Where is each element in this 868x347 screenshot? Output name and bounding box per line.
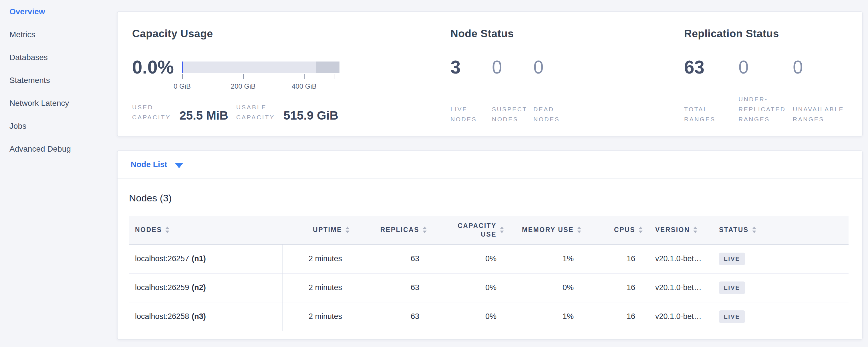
uptime-cell: 2 minutes bbox=[282, 244, 352, 273]
live-nodes-value: 3 bbox=[451, 56, 492, 79]
nodes-table-area: Nodes (3) NODES bbox=[118, 179, 862, 340]
used-capacity-value: 25.5 MiB bbox=[179, 109, 228, 122]
memory-use-cell: 0% bbox=[507, 273, 584, 302]
usable-capacity-stat: USABLE CAPACITY 515.9 GiB bbox=[236, 102, 338, 122]
replicas-cell: 63 bbox=[352, 273, 430, 302]
sort-icon bbox=[423, 227, 427, 233]
sort-icon bbox=[500, 227, 504, 233]
column-header-memory-use[interactable]: MEMORY USE bbox=[507, 216, 584, 244]
under-replicated-ranges-value: 0 bbox=[739, 56, 793, 79]
version-cell: v20.1.0-bet… bbox=[646, 302, 713, 331]
axis-tick bbox=[335, 74, 335, 79]
node-address: localhost:26259 bbox=[135, 283, 189, 292]
dead-nodes-label: DEAD NODES bbox=[533, 104, 575, 124]
label-line: CAPACITY bbox=[132, 112, 171, 122]
sidebar-item-overview[interactable]: Overview bbox=[9, 6, 117, 18]
column-label: MEMORY USE bbox=[522, 226, 574, 234]
node-id: (n3) bbox=[192, 312, 206, 321]
column-header-uptime[interactable]: UPTIME bbox=[282, 216, 352, 244]
uptime-cell: 2 minutes bbox=[282, 302, 352, 331]
unavailable-ranges-label: UNAVAILABLE RANGES bbox=[793, 104, 847, 124]
column-header-cpus[interactable]: CPUS bbox=[584, 216, 646, 244]
axis-tick-label: 400 GiB bbox=[292, 82, 317, 91]
replicas-cell: 63 bbox=[352, 302, 430, 331]
main-content: Capacity Usage 0.0% 0 Gi bbox=[117, 0, 868, 340]
cpus-cell: 16 bbox=[584, 244, 646, 273]
label-line: USABLE bbox=[236, 102, 275, 112]
sidebar-item-advanced-debug[interactable]: Advanced Debug bbox=[9, 143, 117, 155]
replicas-cell: 63 bbox=[352, 244, 430, 273]
node-row[interactable]: localhost:26257(n1) 2 minutes 63 0% 1% 1… bbox=[129, 244, 848, 273]
suspect-nodes-value: 0 bbox=[492, 56, 533, 79]
column-header-status[interactable]: STATUS bbox=[713, 216, 848, 244]
capacity-bar-used-sliver bbox=[182, 62, 183, 73]
sidebar-item-network-latency[interactable]: Network Latency bbox=[9, 98, 117, 109]
uptime-cell: 2 minutes bbox=[282, 273, 352, 302]
dead-nodes-value: 0 bbox=[533, 56, 575, 79]
memory-use-cell: 1% bbox=[507, 244, 584, 273]
node-list-dropdown-label: Node List bbox=[131, 160, 167, 169]
status-cell: LIVE bbox=[713, 273, 848, 302]
node-address: localhost:26257 bbox=[135, 254, 189, 263]
capacity-usage-title: Capacity Usage bbox=[132, 28, 451, 40]
app-root: Overview Metrics Databases Statements Ne… bbox=[0, 0, 868, 340]
axis-tick bbox=[182, 74, 183, 79]
usable-capacity-value: 515.9 GiB bbox=[283, 109, 338, 122]
axis-tick bbox=[213, 74, 213, 79]
under-replicated-ranges-label: UNDER- REPLICATED RANGES bbox=[739, 94, 793, 124]
label-line: SUSPECT bbox=[492, 104, 533, 114]
status-badge: LIVE bbox=[719, 282, 745, 294]
suspect-nodes-label: SUSPECT NODES bbox=[492, 104, 533, 124]
axis-tick bbox=[274, 74, 274, 79]
sort-icon bbox=[639, 227, 643, 233]
column-header-nodes[interactable]: NODES bbox=[129, 216, 282, 244]
column-header-capacity-use[interactable]: CAPACITY USE bbox=[430, 216, 507, 244]
sort-icon bbox=[577, 227, 581, 233]
cluster-summary-card: Capacity Usage 0.0% 0 Gi bbox=[117, 11, 863, 136]
suspect-nodes-metric: 0 SUSPECT NODES bbox=[492, 56, 533, 124]
label-line: USED bbox=[132, 102, 171, 112]
sidebar-item-metrics[interactable]: Metrics bbox=[9, 29, 117, 40]
cpus-cell: 16 bbox=[584, 273, 646, 302]
nodes-card-toolbar: Node List bbox=[118, 151, 862, 179]
node-row[interactable]: localhost:26258(n3) 2 minutes 63 0% 1% 1… bbox=[129, 302, 848, 331]
cpus-cell: 16 bbox=[584, 302, 646, 331]
node-id: (n1) bbox=[192, 254, 206, 263]
live-nodes-metric: 3 LIVE NODES bbox=[451, 56, 492, 124]
column-header-version[interactable]: VERSION bbox=[646, 216, 713, 244]
total-ranges-label: TOTAL RANGES bbox=[684, 104, 739, 124]
capacity-bar-track bbox=[182, 62, 339, 73]
replication-status-section: Replication Status 63 TOTAL RANGES 0 UND… bbox=[684, 12, 862, 136]
capacity-bar: 0 GiB 200 GiB 400 GiB bbox=[182, 62, 339, 73]
sidebar-nav: Overview Metrics Databases Statements Ne… bbox=[0, 0, 117, 340]
axis-tick-label: 0 GiB bbox=[174, 82, 191, 91]
nodes-table-header-row: NODES UPTIME bbox=[129, 216, 848, 244]
unavailable-ranges-metric: 0 UNAVAILABLE RANGES bbox=[793, 56, 847, 124]
column-header-replicas[interactable]: REPLICAS bbox=[352, 216, 430, 244]
node-address-cell[interactable]: localhost:26259(n2) bbox=[129, 273, 282, 302]
usable-capacity-label: USABLE CAPACITY bbox=[236, 102, 275, 122]
status-badge: LIVE bbox=[719, 253, 745, 265]
sidebar-item-jobs[interactable]: Jobs bbox=[9, 120, 117, 132]
total-ranges-metric: 63 TOTAL RANGES bbox=[684, 56, 739, 124]
axis-tick bbox=[243, 74, 244, 79]
dead-nodes-metric: 0 DEAD NODES bbox=[533, 56, 575, 124]
node-address-cell[interactable]: localhost:26257(n1) bbox=[129, 244, 282, 273]
axis-tick bbox=[304, 74, 305, 79]
capacity-used-percent: 0.0% bbox=[132, 57, 182, 78]
label-line: NODES bbox=[492, 114, 533, 124]
replication-status-title: Replication Status bbox=[684, 28, 862, 40]
node-row[interactable]: localhost:26259(n2) 2 minutes 63 0% 0% 1… bbox=[129, 273, 848, 302]
label-line: NODES bbox=[451, 114, 492, 124]
sidebar-item-statements[interactable]: Statements bbox=[9, 75, 117, 86]
sidebar-item-databases[interactable]: Databases bbox=[9, 52, 117, 63]
label-line: REPLICATED bbox=[739, 104, 793, 114]
node-list-dropdown[interactable]: Node List bbox=[131, 160, 183, 169]
status-cell: LIVE bbox=[713, 302, 848, 331]
capacity-bar-chart: 0.0% 0 GiB 200 GiB bbox=[132, 56, 451, 79]
capacity-bar-reserved-segment bbox=[316, 62, 339, 73]
capacity-use-cell: 0% bbox=[430, 244, 507, 273]
node-address-cell[interactable]: localhost:26258(n3) bbox=[129, 302, 282, 331]
capacity-use-cell: 0% bbox=[430, 302, 507, 331]
sort-icon bbox=[693, 227, 697, 233]
